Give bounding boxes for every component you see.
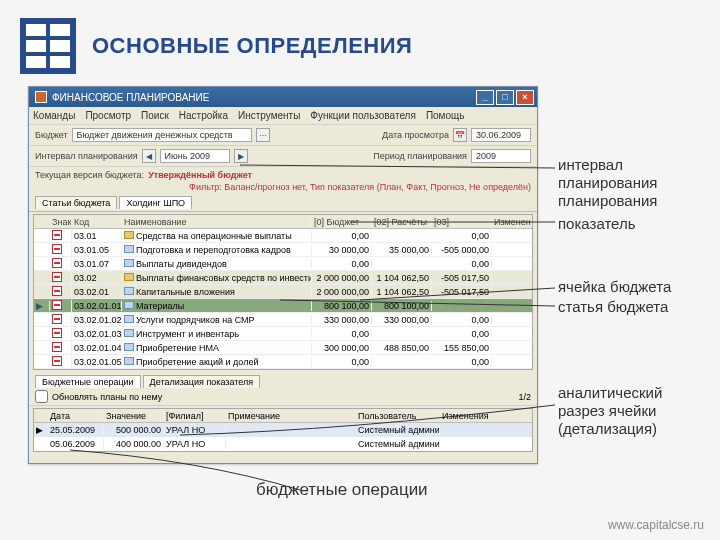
ops-col-date[interactable]: Дата <box>48 411 104 421</box>
minimize-button[interactable]: _ <box>476 90 494 105</box>
slide-header: ОСНОВНЫЕ ОПРЕДЕЛЕНИЯ <box>0 0 720 84</box>
menu-settings[interactable]: Настройка <box>179 110 228 121</box>
lower-tabs: Бюджетные операции Детализация показател… <box>29 372 537 388</box>
operations-grid[interactable]: Дата Значение [Филиал] Примечание Пользо… <box>33 408 533 452</box>
budget-grid[interactable]: Знак Код Наименование [0] Бюджет [02] Ра… <box>33 214 533 370</box>
table-row[interactable]: 03.02.01 Капитальные вложения 2 000 000,… <box>34 285 532 299</box>
ops-row[interactable]: ▶ 25.05.2009 500 000.00 УРАЛ НО Системны… <box>34 423 532 437</box>
window-titlebar[interactable]: ФИНАНСОВОЕ ПЛАНИРОВАНИЕ _ □ × <box>29 87 537 107</box>
close-button[interactable]: × <box>516 90 534 105</box>
row-count: 1/2 <box>518 392 531 402</box>
interval-field[interactable]: Июнь 2009 <box>160 149 230 163</box>
version-row: Текущая версия бюджета: Утверждённый бюд… <box>29 167 537 180</box>
budget-lookup-icon[interactable]: ⋯ <box>256 128 270 142</box>
menu-tools[interactable]: Инструменты <box>238 110 300 121</box>
period-label: Период планирования <box>373 151 467 161</box>
col-calc[interactable]: [02] Расчёты <box>372 217 432 227</box>
callout-interval: интервал планирования планирования <box>558 156 720 210</box>
callout-indicator: показатель <box>558 215 636 233</box>
table-row[interactable]: ▶ 03.02.01.01 Материалы 800 100,00 800 1… <box>34 299 532 313</box>
col-budget[interactable]: [0] Бюджет <box>312 217 372 227</box>
footer-url: www.capitalcse.ru <box>608 518 704 532</box>
table-row[interactable]: 03.02 Выплаты финансовых средств по инве… <box>34 271 532 285</box>
interval-label: Интервал планирования <box>35 151 138 161</box>
interval-next-icon[interactable]: ▶ <box>234 149 248 163</box>
ops-col-fil[interactable]: [Филиал] <box>164 411 226 421</box>
date-field[interactable]: 30.06.2009 <box>471 128 531 142</box>
tab-operations[interactable]: Бюджетные операции <box>35 375 141 388</box>
ops-col-val[interactable]: Значение <box>104 411 164 421</box>
table-row[interactable]: 03.01.05 Подготовка и переподготовка кад… <box>34 243 532 257</box>
interval-prev-icon[interactable]: ◀ <box>142 149 156 163</box>
menu-bar: Команды Просмотр Поиск Настройка Инструм… <box>29 107 537 125</box>
maximize-button[interactable]: □ <box>496 90 514 105</box>
menu-commands[interactable]: Команды <box>33 110 75 121</box>
table-row[interactable]: 03.01.07 Выплаты дивидендов 0,00 0,00 <box>34 257 532 271</box>
table-row[interactable]: 03.02.01.03 Инструмент и инвентарь 0,00 … <box>34 327 532 341</box>
ops-row[interactable]: 05.06.2009 400 000.00 УРАЛ НО Системный … <box>34 437 532 451</box>
tab-detail[interactable]: Детализация показателя <box>143 375 261 388</box>
filter-text: Фильтр: Баланс/прогноз нет, Тип показате… <box>29 180 537 194</box>
menu-userfn[interactable]: Функции пользователя <box>310 110 416 121</box>
date-label: Дата просмотра <box>382 130 449 140</box>
window-title: ФИНАНСОВОЕ ПЛАНИРОВАНИЕ <box>52 92 209 103</box>
slide-title: ОСНОВНЫЕ ОПРЕДЕЛЕНИЯ <box>92 33 412 59</box>
table-row[interactable]: 03.02.01.05 Приобретение акций и долей 0… <box>34 355 532 369</box>
version-value: Утверждённый бюджет <box>148 170 252 180</box>
update-plans-checkbox[interactable] <box>35 390 48 403</box>
col-chg[interactable]: Изменения <box>492 217 532 227</box>
update-plans-label: Обновлять планы по нему <box>52 392 162 402</box>
main-tabs: Статьи бюджета Холдинг ШПО <box>29 194 537 212</box>
table-row[interactable]: 03.02.01.04 Приобретение НМА 300 000,00 … <box>34 341 532 355</box>
callout-detail: аналитический разрез ячейки (детализация… <box>558 384 662 438</box>
period-field[interactable]: 2009 <box>471 149 531 163</box>
company-logo <box>20 18 76 74</box>
menu-help[interactable]: Помощь <box>426 110 465 121</box>
ops-col-chg[interactable]: Изменения <box>440 411 524 421</box>
callout-cell: ячейка бюджета <box>558 278 671 296</box>
budget-field[interactable]: Бюджет движения денежных средств <box>72 128 252 142</box>
config-row-2: Интервал планирования ◀ Июнь 2009 ▶ Пери… <box>29 146 537 167</box>
checkbox-bar: Обновлять планы по нему 1/2 <box>29 388 537 406</box>
table-row[interactable]: 03.02.01.02 Услуги подрядчиков на СМР 33… <box>34 313 532 327</box>
col-03[interactable]: [03] <box>432 217 492 227</box>
col-name[interactable]: Наименование <box>122 217 312 227</box>
tab-articles[interactable]: Статьи бюджета <box>35 196 117 209</box>
app-icon <box>35 91 47 103</box>
calendar-icon[interactable]: 📅 <box>453 128 467 142</box>
callout-operations: бюджетные операции <box>256 480 428 500</box>
tab-holding[interactable]: Холдинг ШПО <box>119 196 192 209</box>
table-row[interactable]: 03.01 Средства на операционные выплаты 0… <box>34 229 532 243</box>
config-row-1: Бюджет Бюджет движения денежных средств … <box>29 125 537 146</box>
version-label: Текущая версия бюджета: <box>35 170 144 180</box>
ops-col-user[interactable]: Пользователь <box>356 411 440 421</box>
callout-article: статья бюджета <box>558 298 668 316</box>
budget-label: Бюджет <box>35 130 68 140</box>
ops-col-note[interactable]: Примечание <box>226 411 356 421</box>
col-code[interactable]: Код <box>72 217 122 227</box>
app-window: ФИНАНСОВОЕ ПЛАНИРОВАНИЕ _ □ × Команды Пр… <box>28 86 538 464</box>
menu-view[interactable]: Просмотр <box>85 110 131 121</box>
col-sign[interactable]: Знак <box>50 217 72 227</box>
menu-search[interactable]: Поиск <box>141 110 169 121</box>
